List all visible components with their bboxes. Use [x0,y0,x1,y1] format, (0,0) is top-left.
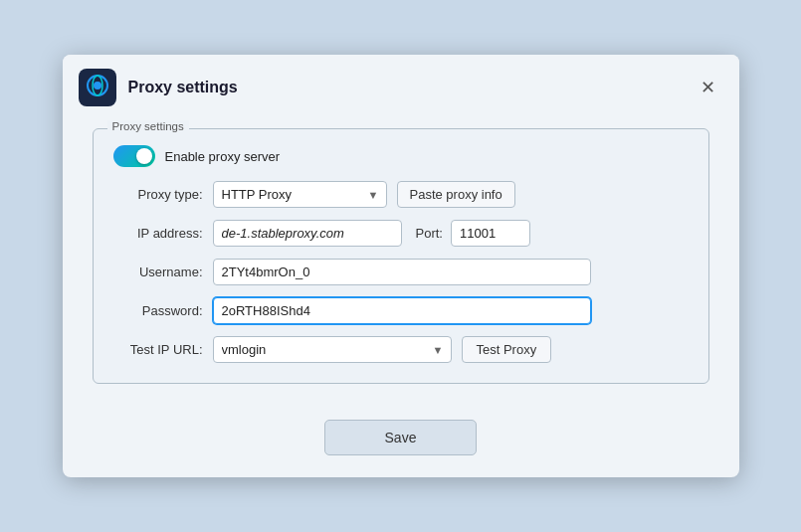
enable-proxy-toggle[interactable] [113,145,155,167]
test-ip-select[interactable]: vmlogin api64.ipify.org httpbin.org/ip [213,336,452,363]
test-ip-row: Test IP URL: vmlogin api64.ipify.org htt… [113,336,689,363]
ip-port-row: IP address: Port: [113,220,689,247]
port-label: Port: [416,226,443,241]
title-bar: Proxy settings ✕ [63,55,739,116]
toggle-thumb [136,148,152,164]
toggle-row: Enable proxy server [113,145,689,167]
username-row: Username: [113,259,689,285]
username-input[interactable] [213,259,591,285]
password-label: Password: [113,303,203,318]
password-row: Password: [113,297,689,324]
dialog-body: Proxy settings Enable proxy server Proxy… [63,116,739,404]
dialog-title: Proxy settings [128,79,695,96]
group-label: Proxy settings [107,120,189,132]
test-ip-select-wrap: vmlogin api64.ipify.org httpbin.org/ip ▼ [213,336,452,363]
close-button[interactable]: ✕ [695,77,721,98]
enable-proxy-wrap: Enable proxy server [113,145,281,167]
test-ip-label: Test IP URL: [113,342,203,357]
toggle-label: Enable proxy server [165,149,281,164]
save-button[interactable]: Save [324,420,478,455]
proxy-type-select-wrap: HTTP Proxy SOCKS4 SOCKS5 ▼ [213,181,387,208]
ip-label: IP address: [113,226,203,241]
svg-point-3 [94,82,101,89]
paste-proxy-button[interactable]: Paste proxy info [397,181,515,208]
dialog-footer: Save [63,404,739,477]
port-input[interactable] [451,220,530,247]
test-proxy-button[interactable]: Test Proxy [462,336,552,363]
proxy-settings-dialog: Proxy settings ✕ Proxy settings Enable p… [63,55,739,477]
proxy-type-label: Proxy type: [113,187,203,202]
app-logo [79,69,116,106]
password-input[interactable] [213,297,591,324]
proxy-group: Proxy settings Enable proxy server Proxy… [93,128,709,384]
proxy-type-row: Proxy type: HTTP Proxy SOCKS4 SOCKS5 ▼ P… [113,181,689,208]
ip-address-input[interactable] [213,220,402,247]
proxy-type-select[interactable]: HTTP Proxy SOCKS4 SOCKS5 [213,181,387,208]
username-label: Username: [113,265,203,279]
